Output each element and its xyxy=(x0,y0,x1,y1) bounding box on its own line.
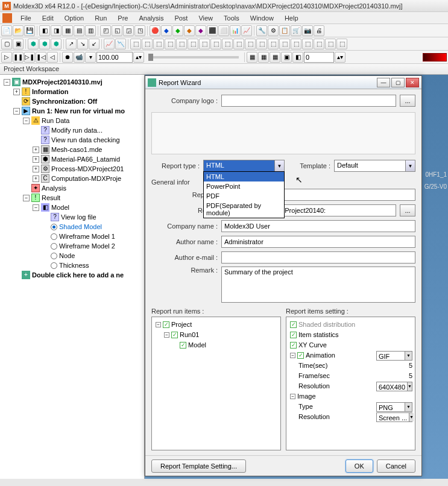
tb-icon[interactable]: ⬚ xyxy=(279,39,290,49)
tree-shaded[interactable]: Shaded Model xyxy=(42,222,143,232)
menu-edit[interactable]: Edit xyxy=(37,13,58,23)
tb-icon[interactable]: ◰ xyxy=(100,25,111,36)
setting-img-resolution[interactable]: Resolution Screen ...▼ xyxy=(290,412,412,422)
tree-wire1[interactable]: Wireframe Model 1 xyxy=(42,232,143,241)
company-logo-input[interactable] xyxy=(221,95,396,107)
tb-icon[interactable]: ▥ xyxy=(85,25,96,36)
tb-icon[interactable]: ⬚ xyxy=(291,39,301,49)
tb-icon[interactable]: ▣ xyxy=(281,52,292,63)
setting-shaded[interactable]: ✓Shaded distribution xyxy=(290,320,412,330)
report-type-dropdown[interactable]: HTML ▼ HTML PowerPoint PDF PDF(Separated… xyxy=(203,160,285,172)
tb-icon[interactable]: ⬜ xyxy=(218,25,229,36)
tb-stop-icon[interactable]: ◁ xyxy=(47,52,58,63)
tb-icon[interactable]: ▦ xyxy=(247,52,257,63)
tb-icon[interactable]: ⏺ xyxy=(62,52,73,63)
tb-icon[interactable]: 📹 xyxy=(74,52,84,63)
runitem-run01[interactable]: −✓Run01 xyxy=(164,330,278,340)
tb-cube-icon[interactable]: ⬢ xyxy=(39,39,50,49)
tb-icon[interactable]: ⬚ xyxy=(302,39,313,49)
tb-cube-icon[interactable]: ⬢ xyxy=(28,39,39,49)
tb-icon[interactable]: ▦ xyxy=(258,52,269,63)
tb-icon[interactable]: ⬚ xyxy=(325,39,336,49)
chevron-down-icon[interactable]: ▼ xyxy=(274,160,284,171)
tb-icon[interactable]: ▢ xyxy=(1,39,12,49)
ok-button[interactable]: OK xyxy=(345,459,373,473)
tb-icon[interactable]: ◧ xyxy=(39,25,50,36)
app-menu-icon[interactable] xyxy=(2,13,12,23)
tb-icon[interactable]: ◆ xyxy=(172,25,183,36)
remark-textarea[interactable]: Summary of the project xyxy=(221,267,415,303)
tb-icon[interactable]: ⬚ xyxy=(222,39,233,49)
tb-icon[interactable]: ⬚ xyxy=(199,39,210,49)
tree-model[interactable]: −◧Model xyxy=(33,203,143,212)
toolbar-value-input[interactable] xyxy=(96,52,133,63)
menu-window[interactable]: Window xyxy=(245,13,279,23)
menu-run[interactable]: Run xyxy=(90,13,112,23)
browse-logo-button[interactable]: ... xyxy=(400,95,415,107)
tree-material[interactable]: +⬢Material-PA66_Latamid xyxy=(33,154,143,164)
tree-sync[interactable]: ⟳Synchronization: Off xyxy=(13,96,143,106)
tb-icon[interactable]: 🖨 xyxy=(314,25,324,36)
tb-icon[interactable]: ⬚ xyxy=(142,39,153,49)
tb-icon[interactable]: ◨ xyxy=(51,25,62,36)
tree-root[interactable]: −▣MDXProject20140310.mvj xyxy=(4,77,143,87)
setting-img-type[interactable]: Type PNG▼ xyxy=(290,402,412,412)
tree-computation[interactable]: +CComputation-MDXProje xyxy=(33,174,143,183)
author-email-input[interactable] xyxy=(221,251,415,264)
tree-modify[interactable]: ?Modify run data... xyxy=(33,125,143,135)
setting-itemstats[interactable]: ✓Item statistics xyxy=(290,330,412,340)
tb-icon[interactable]: ⬚ xyxy=(165,39,175,49)
tree-node[interactable]: Node xyxy=(42,251,143,260)
menu-post[interactable]: Post xyxy=(169,13,192,23)
dd-option-ppt[interactable]: PowerPoint xyxy=(204,181,284,191)
tree-thickness[interactable]: Thickness xyxy=(42,260,143,270)
tb-icon[interactable]: ◆ xyxy=(184,25,195,36)
menu-analysis[interactable]: Analysis xyxy=(134,13,168,23)
menu-help[interactable]: Help xyxy=(280,13,303,23)
tree-analysis[interactable]: ✦Analysis xyxy=(23,183,143,193)
tb-icon[interactable]: ◆ xyxy=(161,25,172,36)
tb-icon[interactable]: 🔧 xyxy=(256,25,267,36)
tb-icon[interactable]: ◆ xyxy=(195,25,206,36)
tree-result[interactable]: −!Result xyxy=(23,193,143,203)
tb-icon[interactable]: 📊 xyxy=(230,25,241,36)
dd-option-pdf[interactable]: PDF xyxy=(204,191,284,201)
tb-icon[interactable]: ⬚ xyxy=(268,39,279,49)
tb-icon[interactable]: ▣ xyxy=(13,39,24,49)
tb-spinner-icon[interactable]: ▴▾ xyxy=(133,52,144,63)
tb-icon[interactable]: ↙ xyxy=(89,39,99,49)
tb-icon[interactable]: ↘ xyxy=(77,39,88,49)
tb-open-icon[interactable]: 📂 xyxy=(13,25,24,36)
chevron-down-icon[interactable]: ▼ xyxy=(405,160,415,171)
dialog-titlebar[interactable]: Report Wizard — ▢ ✕ xyxy=(145,76,421,89)
tb-icon[interactable]: ◱ xyxy=(112,25,122,36)
dd-option-pdf-sep[interactable]: PDF(Separated by module) xyxy=(204,201,284,218)
report-template-setting-button[interactable]: Report Template Setting... xyxy=(151,459,246,473)
chevron-down-icon[interactable]: ▼ xyxy=(409,413,414,421)
tb-icon[interactable]: ⬚ xyxy=(153,39,164,49)
tb-icon[interactable]: ⬛ xyxy=(207,25,218,36)
tree-dblclick[interactable]: +Double click here to add a ne xyxy=(13,270,143,280)
tb-icon[interactable]: ⬚ xyxy=(336,39,347,49)
tree-information[interactable]: +!Information xyxy=(13,87,143,96)
tree-viewlog[interactable]: ?View log file xyxy=(42,212,143,222)
tb-icon[interactable]: ⬚ xyxy=(130,39,141,49)
chevron-down-icon[interactable]: ▼ xyxy=(405,352,412,360)
tb-icon[interactable]: ⬚ xyxy=(176,39,187,49)
tb-icon[interactable]: ⬚ xyxy=(233,39,244,49)
template-dropdown[interactable]: Default ▼ xyxy=(334,160,415,172)
setting-xycurve[interactable]: ✓XY Curve xyxy=(290,340,412,350)
tb-icon[interactable]: ⚙ xyxy=(268,25,279,36)
tb-icon[interactable]: ▦ xyxy=(62,25,73,36)
menu-file[interactable]: File xyxy=(16,13,36,23)
setting-animation[interactable]: −✓Animation GIF▼ xyxy=(290,350,412,361)
tb-icon[interactable]: ◲ xyxy=(123,25,134,36)
tb-save-icon[interactable]: 💾 xyxy=(24,25,35,36)
tree-rundata[interactable]: −⚠Run Data xyxy=(23,116,143,125)
chevron-down-icon[interactable]: ▼ xyxy=(407,382,412,391)
tb-play-icon[interactable]: ▷ xyxy=(1,52,12,63)
tb-icon[interactable]: 🔴 xyxy=(150,25,160,36)
tb-icon[interactable]: ↗ xyxy=(66,39,77,49)
menu-tools[interactable]: Tools xyxy=(219,13,244,23)
author-name-input[interactable] xyxy=(221,236,415,248)
